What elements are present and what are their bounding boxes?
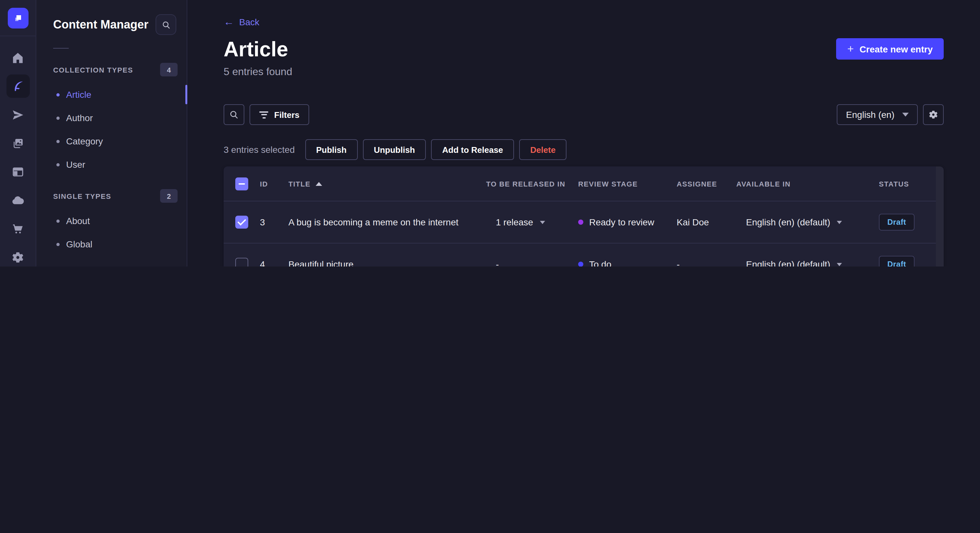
table-header-row: ID TITLE TO BE RELEASED IN REVIEW STAGE … (224, 167, 944, 201)
content-type-builder-icon[interactable] (6, 160, 30, 183)
back-link[interactable]: ← Back (224, 16, 259, 29)
main-content: ← Back Article + Create new entry 5 entr… (187, 0, 980, 266)
row-checkbox[interactable] (235, 216, 248, 228)
column-header-available-in: AVAILABLE IN (736, 180, 879, 187)
section-label-collection-types: COLLECTION TYPES (53, 66, 133, 73)
rail-divider (0, 36, 36, 36)
marketplace-cart-icon[interactable] (6, 217, 30, 240)
delete-button[interactable]: Delete (519, 139, 566, 160)
filters-button[interactable]: Filters (250, 104, 309, 125)
content-manager-icon[interactable] (6, 75, 30, 98)
cloud-icon[interactable] (6, 189, 30, 212)
subnav-search-button[interactable] (156, 14, 176, 35)
stage-dot (578, 262, 583, 266)
gear-icon (928, 109, 939, 120)
status-badge: Draft (879, 214, 915, 230)
table-row[interactable]: 4 Beautiful picture - To do - English (e… (224, 244, 944, 266)
single-types-count-badge: 2 (160, 189, 178, 203)
release-caret-icon (539, 220, 545, 224)
subnav-divider (53, 48, 69, 49)
sort-ascending-icon (316, 182, 322, 186)
sidebar-item-user[interactable]: User (36, 153, 187, 176)
cell-assignee: Kai Doe (677, 217, 736, 227)
stage-dot (578, 219, 583, 225)
cell-id: 3 (260, 217, 288, 227)
main-nav-rail: KD (0, 0, 36, 266)
cell-review-stage: To do (578, 259, 677, 266)
media-library-icon[interactable] (6, 132, 30, 155)
column-header-review-stage: REVIEW STAGE (578, 180, 677, 187)
cell-assignee: - (677, 259, 736, 266)
cell-available-in[interactable]: English (en) (default) (736, 259, 879, 266)
cell-released-in[interactable]: 1 release (486, 217, 578, 227)
cell-status: Draft (879, 256, 944, 266)
app-window: KD Content Manager COLLECTION TYPES 4 Ar… (0, 0, 980, 266)
entries-table: ID TITLE TO BE RELEASED IN REVIEW STAGE … (224, 167, 944, 266)
bullet-icon (56, 93, 60, 96)
publish-button[interactable]: Publish (305, 139, 358, 160)
cell-status: Draft (879, 214, 944, 230)
plus-icon: + (847, 43, 854, 54)
create-new-entry-button[interactable]: + Create new entry (836, 38, 944, 60)
locale-caret-icon (837, 263, 842, 266)
bullet-icon (56, 116, 60, 119)
table-row[interactable]: 3 A bug is becoming a meme on the intern… (224, 201, 944, 244)
bullet-icon (56, 163, 60, 166)
locale-select[interactable]: English (en) (837, 104, 918, 125)
column-header-id: ID (260, 180, 288, 187)
sidebar-item-global[interactable]: Global (36, 233, 187, 256)
sidebar-item-article[interactable]: Article (36, 83, 187, 106)
bullet-icon (56, 243, 60, 246)
strapi-logo[interactable] (8, 8, 28, 29)
row-checkbox[interactable] (235, 258, 248, 266)
select-all-checkbox[interactable] (235, 177, 248, 190)
content-manager-subnav: Content Manager COLLECTION TYPES 4 Artic… (36, 0, 187, 266)
cell-released-in[interactable]: - (486, 259, 578, 266)
unpublish-button[interactable]: Unpublish (363, 139, 426, 160)
entries-count-subtitle: 5 entries found (224, 66, 944, 78)
sidebar-item-category[interactable]: Category (36, 130, 187, 153)
add-to-release-button[interactable]: Add to Release (431, 139, 514, 160)
column-header-released: TO BE RELEASED IN (486, 180, 578, 187)
strapi-logo-glyph (12, 12, 24, 24)
list-toolbar: Filters English (en) (224, 104, 944, 125)
column-header-assignee: ASSIGNEE (677, 180, 736, 187)
sidebar-item-author[interactable]: Author (36, 106, 187, 130)
cell-title: Beautiful picture (288, 259, 486, 266)
search-icon (229, 109, 239, 120)
table-scrollbar-track[interactable] (936, 167, 944, 266)
bulk-actions-bar: 3 entries selected Publish Unpublish Add… (224, 139, 944, 160)
sidebar-item-about[interactable]: About (36, 209, 187, 233)
column-header-title[interactable]: TITLE (288, 180, 486, 187)
search-icon (161, 20, 171, 30)
locale-caret-icon (837, 220, 842, 224)
status-badge: Draft (879, 256, 915, 266)
bullet-icon (56, 140, 60, 143)
page-title: Article (224, 37, 288, 62)
cell-title: A bug is becoming a meme on the internet (288, 217, 486, 227)
subnav-title: Content Manager (53, 18, 148, 32)
home-icon[interactable] (6, 46, 30, 69)
selected-count-text: 3 entries selected (224, 144, 294, 155)
cell-review-stage: Ready to review (578, 217, 677, 227)
releases-icon[interactable] (6, 103, 30, 126)
settings-gear-icon[interactable] (6, 246, 30, 266)
back-arrow-icon: ← (224, 17, 234, 27)
search-button[interactable] (224, 104, 244, 125)
section-label-single-types: SINGLE TYPES (53, 192, 111, 200)
table-body: 3 A bug is becoming a meme on the intern… (224, 201, 944, 266)
filter-icon (259, 111, 268, 118)
bullet-icon (56, 219, 60, 222)
view-settings-button[interactable] (923, 104, 944, 125)
collection-types-count-badge: 4 (160, 63, 178, 76)
cell-id: 4 (260, 259, 288, 266)
cell-available-in[interactable]: English (en) (default) (736, 217, 879, 227)
column-header-status: STATUS (879, 180, 944, 187)
chevron-down-icon (902, 113, 909, 117)
